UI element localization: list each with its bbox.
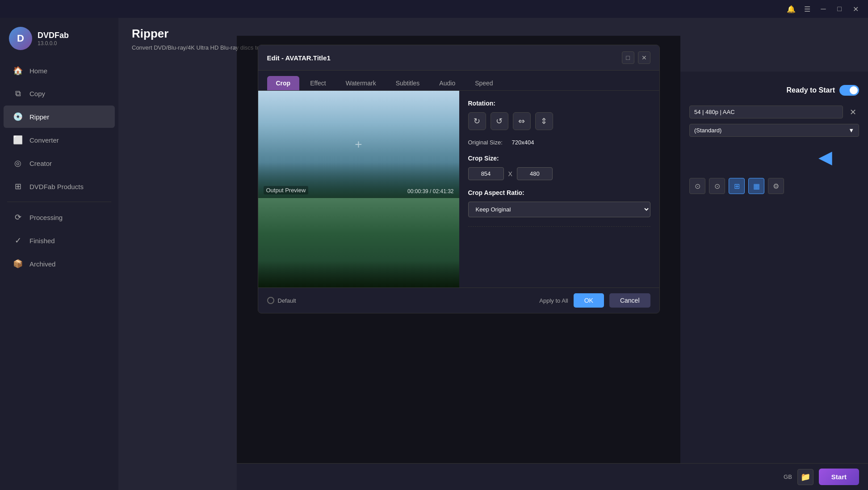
- sidebar-label-creator: Creator: [29, 160, 52, 167]
- video-timestamp: 00:00:39 / 02:41:32: [407, 188, 453, 194]
- ripper-icon: 💿: [13, 112, 23, 122]
- titlebar: 🔔 ☰ ─ □ ✕: [0, 0, 868, 18]
- grid-view-btn[interactable]: ⊞: [729, 178, 745, 194]
- modal-header-buttons: □ ✕: [622, 51, 650, 64]
- rotation-section: Rotation: ↻ ↺ ⇔ ⇕: [468, 100, 650, 130]
- sidebar-item-archived[interactable]: 📦 Archived: [4, 253, 115, 275]
- bell-icon-btn[interactable]: 🔔: [783, 1, 799, 17]
- crop-size-label: Crop Size:: [468, 155, 650, 162]
- rotation-label: Rotation:: [468, 100, 650, 107]
- sidebar-label-finished: Finished: [29, 237, 55, 245]
- modal-body: + Output Preview 00:00:39 / 02:41:32 Rot…: [258, 91, 659, 287]
- sidebar-item-copy[interactable]: ⧉ Copy: [4, 83, 115, 105]
- tab-subtitles[interactable]: Subtitles: [387, 76, 429, 90]
- archived-icon: 📦: [13, 259, 23, 269]
- products-icon: ⊞: [13, 182, 23, 191]
- maximize-btn[interactable]: □: [831, 1, 847, 17]
- copy-icon: ⧉: [13, 89, 23, 98]
- gb-text: GB: [784, 473, 792, 480]
- video-preview: + Output Preview 00:00:39 / 02:41:32: [258, 91, 459, 287]
- tab-crop[interactable]: Crop: [267, 76, 300, 90]
- sidebar-item-processing[interactable]: ⟳ Processing: [4, 206, 115, 228]
- rotation-buttons: ↻ ↺ ⇔ ⇕: [468, 112, 650, 130]
- original-size-row: Original Size: 720x404: [468, 139, 650, 146]
- modal-footer: Default Apply to All OK Cancel: [258, 287, 659, 313]
- app-version: 13.0.0.0: [38, 40, 69, 46]
- default-row: Default: [267, 297, 296, 304]
- cancel-btn[interactable]: Cancel: [609, 293, 650, 308]
- modal-close-btn[interactable]: ✕: [638, 51, 650, 64]
- output-preview-label: Output Preview: [264, 186, 309, 194]
- close-window-btn[interactable]: ✕: [847, 1, 864, 17]
- tab-audio[interactable]: Audio: [430, 76, 464, 90]
- original-size-value: 720x404: [512, 139, 534, 146]
- sidebar-label-home: Home: [29, 67, 47, 75]
- creator-icon: ◎: [13, 158, 23, 168]
- arrow-indicator: ◀: [818, 147, 832, 167]
- tab-speed[interactable]: Speed: [466, 76, 502, 90]
- crop-aspect-select[interactable]: Keep Original: [468, 202, 650, 217]
- folder-btn[interactable]: 📁: [797, 469, 813, 485]
- standard-select[interactable]: (Standard) ▼: [689, 124, 859, 137]
- crop-aspect-label: Crop Aspect Ratio:: [468, 189, 650, 196]
- crop-height-input[interactable]: [517, 167, 553, 180]
- modal-overlay: Edit - AVATAR.Title1 □ ✕ Crop Effect Wat…: [237, 36, 680, 463]
- more-controls-divider: [468, 226, 650, 240]
- main-content: Ripper Convert DVD/Blu-ray/4K Ultra HD B…: [118, 18, 868, 490]
- converter-icon: ⬜: [13, 135, 23, 145]
- format-select[interactable]: 54 | 480p | AAC: [689, 106, 843, 118]
- minimize-btn[interactable]: ─: [815, 1, 831, 17]
- original-size-label: Original Size:: [468, 139, 508, 146]
- home-icon: 🏠: [13, 66, 23, 76]
- sidebar-label-products: DVDFab Products: [29, 183, 84, 190]
- radio-btn-1[interactable]: ⊙: [689, 178, 705, 194]
- bottom-bar: GB 📁 Start: [237, 463, 868, 490]
- tab-watermark[interactable]: Watermark: [337, 76, 385, 90]
- crop-width-input[interactable]: [468, 167, 504, 180]
- sidebar-label-processing: Processing: [29, 214, 63, 221]
- sidebar-item-creator[interactable]: ◎ Creator: [4, 152, 115, 174]
- video-top-frame: + Output Preview 00:00:39 / 02:41:32: [258, 91, 459, 198]
- rotate-cw-btn[interactable]: ↻: [468, 112, 486, 130]
- app-name: DVDFab: [38, 31, 69, 40]
- flip-h-btn[interactable]: ⇔: [513, 112, 531, 130]
- ok-btn[interactable]: OK: [574, 293, 604, 308]
- tool-icons-row: ⊙ ⊙ ⊞ ▦ ⚙: [689, 178, 859, 194]
- edit-modal: Edit - AVATAR.Title1 □ ✕ Crop Effect Wat…: [258, 45, 660, 313]
- radio-btn-2[interactable]: ⊙: [709, 178, 725, 194]
- default-radio[interactable]: [267, 297, 274, 304]
- flip-v-btn[interactable]: ⇕: [535, 112, 553, 130]
- sidebar-item-ripper[interactable]: 💿 Ripper: [4, 106, 115, 128]
- crop-size-section: Crop Size: X: [468, 155, 650, 180]
- sidebar-label-converter: Converter: [29, 136, 59, 144]
- rotate-ccw-btn[interactable]: ↺: [491, 112, 508, 130]
- ready-to-start-row: Ready to Start: [689, 80, 859, 100]
- sidebar-item-dvdfab-products[interactable]: ⊞ DVDFab Products: [4, 175, 115, 198]
- sidebar-item-converter[interactable]: ⬜ Converter: [4, 129, 115, 151]
- start-btn[interactable]: Start: [819, 469, 859, 485]
- sidebar-label-copy: Copy: [29, 90, 45, 97]
- sidebar-label-ripper: Ripper: [29, 113, 49, 121]
- settings-tool-btn[interactable]: ⚙: [768, 178, 784, 194]
- format-close-btn[interactable]: ✕: [847, 106, 859, 118]
- video-bottom-frame: [258, 198, 459, 287]
- sidebar-item-home[interactable]: 🏠 Home: [4, 59, 115, 82]
- crop-aspect-section: Crop Aspect Ratio: Keep Original: [468, 189, 650, 217]
- menu-icon-btn[interactable]: ☰: [799, 1, 815, 17]
- processing-icon: ⟳: [13, 212, 23, 222]
- list-view-btn[interactable]: ▦: [748, 178, 764, 194]
- right-panel: Ready to Start 54 | 480p | AAC ✕ (Standa…: [680, 72, 868, 490]
- standard-chevron-icon: ▼: [848, 127, 854, 134]
- tab-effect[interactable]: Effect: [301, 76, 335, 90]
- sidebar: D DVDFab 13.0.0.0 🏠 Home ⧉ Copy 💿 Ripper…: [0, 18, 118, 490]
- default-label: Default: [278, 297, 296, 304]
- crop-size-inputs: X: [468, 167, 650, 180]
- finished-icon: ✓: [13, 236, 23, 245]
- ready-toggle[interactable]: [839, 85, 859, 96]
- modal-maximize-btn[interactable]: □: [622, 51, 634, 64]
- logo-area: D DVDFab 13.0.0.0: [0, 22, 118, 59]
- apply-all-btn[interactable]: Apply to All: [539, 297, 568, 304]
- sidebar-item-finished[interactable]: ✓ Finished: [4, 229, 115, 252]
- crop-controls: Rotation: ↻ ↺ ⇔ ⇕ Original Size: 720x404: [459, 91, 659, 287]
- crop-x-separator: X: [508, 170, 512, 177]
